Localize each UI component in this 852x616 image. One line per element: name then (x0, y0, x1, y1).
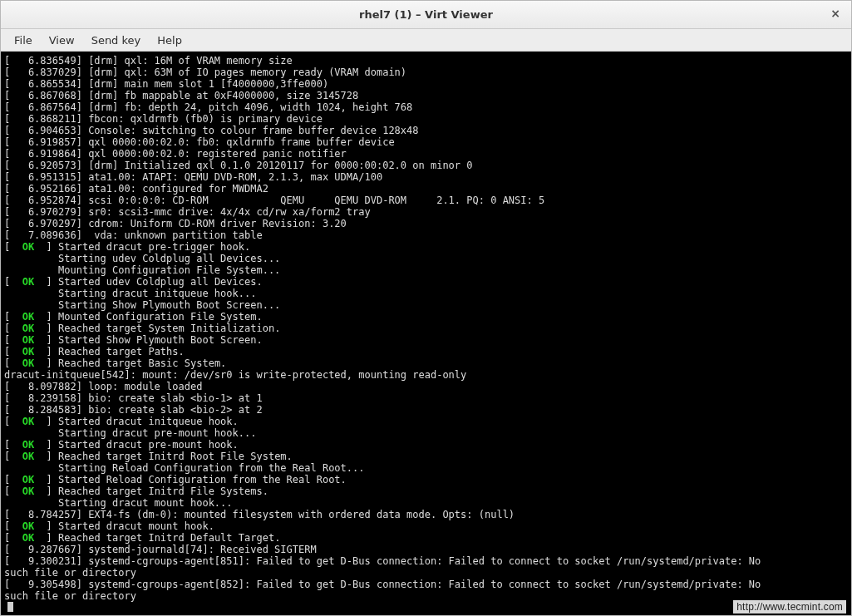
log-line: Starting Reload Configuration from the R… (1, 462, 851, 474)
log-line: Starting dracut mount hook... (1, 497, 851, 509)
log-line: [ OK ] Started dracut mount hook. (1, 520, 851, 532)
menubar: File View Send key Help (1, 29, 851, 52)
log-line: Starting dracut pre-mount hook... (1, 427, 851, 439)
log-line: [ 6.837029] [drm] qxl: 63M of IO pages m… (1, 67, 851, 78)
log-line: [ 6.920573] [drm] Initialized qxl 0.1.0 … (1, 160, 851, 171)
log-line: [ OK ] Reached target Basic System. (1, 357, 851, 369)
log-line: [ OK ] Started dracut initqueue hook. (1, 416, 851, 427)
log-line: [ OK ] Mounted Configuration File System… (1, 311, 851, 323)
log-line: [ OK ] Started dracut pre-mount hook. (1, 439, 851, 451)
log-line: Mounting Configuration File System... (1, 264, 851, 276)
log-line: [ 6.865534] [drm] main mem slot 1 [f4000… (1, 78, 851, 90)
log-line: [ OK ] Reached target Initrd Root File S… (1, 451, 851, 462)
log-line: such file or directory (1, 590, 851, 602)
vm-display[interactable]: [ 6.836549] [drm] qxl: 16M of VRAM memor… (1, 52, 851, 615)
log-line: [ 6.836549] [drm] qxl: 16M of VRAM memor… (1, 55, 851, 67)
app-window: rhel7 (1) – Virt Viewer × File View Send… (0, 0, 852, 616)
console-cursor (1, 602, 851, 614)
log-line: [ OK ] Reached target System Initializat… (1, 323, 851, 334)
log-line: [ 6.970279] sr0: scsi3-mmc drive: 4x/4x … (1, 206, 851, 218)
close-icon[interactable]: × (828, 6, 843, 21)
titlebar[interactable]: rhel7 (1) – Virt Viewer × (1, 1, 851, 29)
console-output: [ 6.836549] [drm] qxl: 16M of VRAM memor… (1, 55, 851, 614)
menu-help[interactable]: Help (149, 31, 190, 50)
log-line: [ 9.305498] systemd-cgroups-agent[852]: … (1, 579, 851, 590)
log-line: Starting Show Plymouth Boot Screen... (1, 299, 851, 311)
log-line: dracut-initqueue[542]: mount: /dev/sr0 i… (1, 369, 851, 381)
log-line: [ OK ] Started Show Plymouth Boot Screen… (1, 334, 851, 346)
log-line: [ OK ] Reached target Initrd File System… (1, 485, 851, 497)
menu-file[interactable]: File (6, 31, 41, 50)
window-title: rhel7 (1) – Virt Viewer (359, 8, 493, 21)
log-line: [ OK ] Started dracut pre-trigger hook. (1, 241, 851, 253)
log-line: [ OK ] Reached target Paths. (1, 346, 851, 357)
log-line: [ 9.300231] systemd-cgroups-agent[851]: … (1, 555, 851, 567)
log-line: [ 6.919864] qxl 0000:00:02.0: registered… (1, 148, 851, 160)
watermark-label: http://www.tecmint.com (733, 600, 846, 614)
log-line: [ OK ] Started udev Coldplug all Devices… (1, 276, 851, 288)
log-line: [ 6.868211] fbcon: qxldrmfb (fb0) is pri… (1, 113, 851, 125)
log-line: [ 6.951315] ata1.00: ATAPI: QEMU DVD-ROM… (1, 171, 851, 183)
log-line: [ 6.952874] scsi 0:0:0:0: CD-ROM QEMU QE… (1, 195, 851, 206)
log-line: [ 7.089636] vda: unknown partition table (1, 229, 851, 241)
log-line: [ 8.097882] loop: module loaded (1, 381, 851, 392)
log-line: [ OK ] Started Reload Configuration from… (1, 474, 851, 485)
log-line: [ 9.287667] systemd-journald[74]: Receiv… (1, 544, 851, 555)
log-line: [ 6.867564] [drm] fb: depth 24, pitch 40… (1, 101, 851, 113)
log-line: Starting dracut initqueue hook... (1, 288, 851, 299)
log-line: [ 6.904653] Console: switching to colour… (1, 125, 851, 136)
log-line: [ 8.784257] EXT4-fs (dm-0): mounted file… (1, 509, 851, 520)
menu-sendkey[interactable]: Send key (83, 31, 150, 50)
log-line: Starting udev Coldplug all Devices... (1, 253, 851, 264)
log-line: [ 6.952166] ata1.00: configured for MWDM… (1, 183, 851, 195)
log-line: such file or directory (1, 567, 851, 579)
menu-view[interactable]: View (41, 31, 83, 50)
log-line: [ 6.970297] cdrom: Uniform CD-ROM driver… (1, 218, 851, 229)
log-line: [ OK ] Reached target Initrd Default Tar… (1, 532, 851, 544)
log-line: [ 8.284583] bio: create slab <bio-2> at … (1, 404, 851, 416)
log-line: [ 8.239158] bio: create slab <bio-1> at … (1, 392, 851, 404)
log-line: [ 6.867068] [drm] fb mappable at 0xF4000… (1, 90, 851, 101)
log-line: [ 6.919857] qxl 0000:00:02.0: fb0: qxldr… (1, 136, 851, 148)
